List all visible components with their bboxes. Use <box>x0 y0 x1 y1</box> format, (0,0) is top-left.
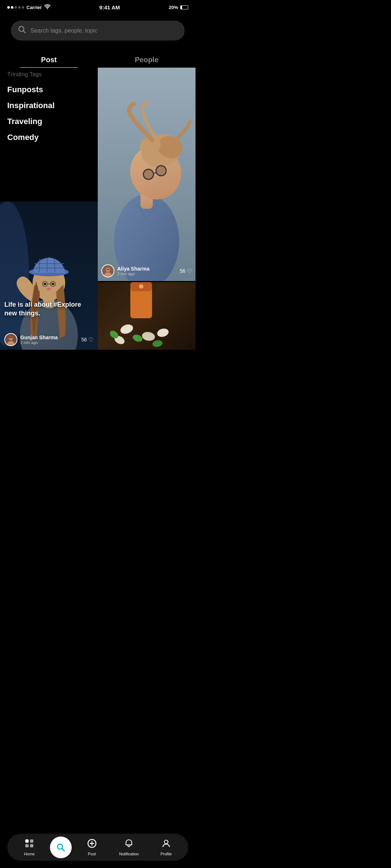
author-info-right: Aliya Sharma 2 min ago <box>101 264 150 277</box>
content-area: Trinding Tags Funposts Inspirational Tra… <box>0 68 196 350</box>
signal-dot-5 <box>22 6 24 9</box>
heart-icon-left: ♡ <box>88 336 93 343</box>
post-time-right: 2 min ago <box>117 272 150 276</box>
post-card-left-footer: Gunjan Sharma 2 min ago 56 ♡ <box>4 333 93 346</box>
svg-point-30 <box>46 288 51 290</box>
like-count-right: 56 ♡ <box>180 268 192 275</box>
author-info-left: Gunjan Sharma 2 min ago <box>4 333 58 346</box>
battery-fill <box>181 6 182 9</box>
svg-point-10 <box>156 166 166 176</box>
svg-point-45 <box>156 327 170 338</box>
tag-traveling[interactable]: Traveling <box>7 117 91 126</box>
svg-point-47 <box>152 340 163 348</box>
tag-inspirational[interactable]: Inspirational <box>7 101 91 110</box>
tab-people[interactable]: People <box>98 51 196 68</box>
author-name-left: Gunjan Sharma <box>20 335 58 340</box>
signal-dot-2 <box>11 6 13 9</box>
signal-dot-1 <box>7 6 10 9</box>
bottom-photo-image <box>98 282 196 350</box>
battery-percent: 20% <box>169 5 178 10</box>
svg-point-46 <box>132 333 143 343</box>
svg-point-15 <box>107 269 108 270</box>
post-card-right-top[interactable]: Aliya Sharma 2 min ago 56 ♡ <box>98 68 196 281</box>
search-bar[interactable]: Search tags, people, topic <box>11 21 185 41</box>
author-name-right: Aliya Sharma <box>117 266 150 272</box>
svg-point-28 <box>43 283 46 285</box>
battery-icon <box>180 5 188 9</box>
tab-post[interactable]: Post <box>0 51 98 68</box>
svg-point-13 <box>106 268 110 272</box>
status-time: 9:41 AM <box>99 4 120 10</box>
trending-label: Trinding Tags <box>7 71 91 78</box>
signal-dot-3 <box>14 6 17 9</box>
like-count-left: 56 ♡ <box>81 336 93 343</box>
status-left: Carrier <box>7 4 51 10</box>
svg-point-43 <box>141 331 156 342</box>
signal-dot-4 <box>18 6 21 9</box>
wifi-icon <box>44 4 51 10</box>
search-placeholder: Search tags, people, topic <box>30 27 177 34</box>
left-photo-image <box>0 201 98 350</box>
post-card-right-bottom[interactable] <box>98 282 196 350</box>
carrier-name: Carrier <box>26 5 42 10</box>
post-time-left: 2 min ago <box>20 340 58 345</box>
status-right: 20% <box>169 5 188 10</box>
svg-point-42 <box>119 323 134 336</box>
svg-point-9 <box>143 169 154 179</box>
heart-icon-right: ♡ <box>187 268 192 275</box>
avatar-aliya <box>101 264 114 277</box>
status-bar: Carrier 9:41 AM 20% <box>0 0 196 13</box>
right-photo-image <box>98 68 196 281</box>
post-card-right-footer: Aliya Sharma 2 min ago 56 ♡ <box>101 264 192 277</box>
search-container: Search tags, people, topic <box>0 13 196 44</box>
post-quote-text: Life is all about #Explore new things. <box>4 301 93 318</box>
svg-point-29 <box>51 283 54 285</box>
tag-funposts[interactable]: Funposts <box>7 85 91 94</box>
post-card-left[interactable]: Life is all about #Explore new things. <box>0 201 98 350</box>
svg-point-41 <box>139 284 143 289</box>
post-quote: Life is all about #Explore new things. <box>4 301 93 323</box>
svg-line-1 <box>24 31 26 33</box>
trending-tags-section: Trinding Tags Funposts Inspirational Tra… <box>0 68 98 201</box>
svg-point-16 <box>108 269 109 270</box>
tag-comedy[interactable]: Comedy <box>7 133 91 142</box>
avatar-gunjan <box>4 333 17 346</box>
signal-indicator <box>7 6 24 9</box>
search-icon <box>18 26 26 35</box>
tabs: Post People <box>0 44 196 68</box>
